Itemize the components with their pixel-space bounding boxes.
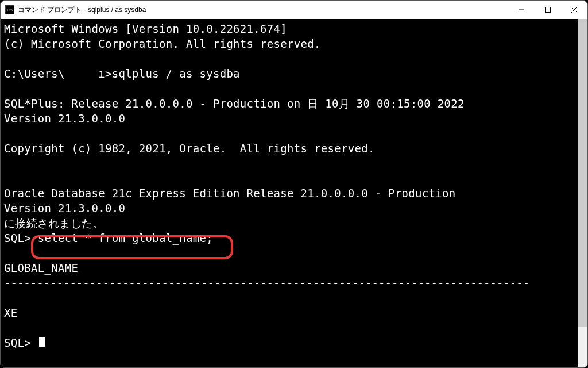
- terminal-area[interactable]: Microsoft Windows [Version 10.0.22621.67…: [1, 19, 587, 368]
- minimize-button[interactable]: [508, 1, 535, 19]
- output-line: [4, 81, 584, 96]
- cmd-app-icon: C:\: [5, 5, 14, 14]
- output-line: Microsoft Windows [Version 10.0.22621.67…: [4, 21, 584, 36]
- sql-prompt-line: SQL>: [4, 335, 584, 350]
- output-line: C:\Users\ ı>sqlplus / as sysdba: [4, 66, 584, 81]
- scrollbar-thumb[interactable]: [578, 19, 587, 327]
- result-separator: ----------------------------------------…: [4, 275, 584, 290]
- output-line: Copyright (c) 1982, 2021, Oracle. All ri…: [4, 141, 584, 156]
- output-line: [4, 156, 584, 171]
- vertical-scrollbar[interactable]: [578, 19, 587, 368]
- result-header: GLOBAL_NAME: [4, 260, 584, 275]
- window-titlebar: C:\ コマンド プロンプト - sqlplus / as sysdba: [1, 1, 587, 19]
- window-controls: [508, 1, 587, 19]
- output-line: Version 21.3.0.0.0: [4, 111, 584, 126]
- output-line: SQL*Plus: Release 21.0.0.0.0 - Productio…: [4, 96, 584, 111]
- output-line: Oracle Database 21c Express Edition Rele…: [4, 186, 584, 201]
- output-line: [4, 246, 584, 260]
- window-title: コマンド プロンプト - sqlplus / as sysdba: [18, 5, 508, 15]
- output-line: [4, 290, 584, 305]
- close-button[interactable]: [561, 1, 587, 19]
- terminal-cursor: [39, 337, 45, 347]
- output-line: (c) Microsoft Corporation. All rights re…: [4, 36, 584, 51]
- sql-prompt: SQL>: [4, 232, 38, 244]
- output-line: [4, 126, 584, 141]
- sql-prompt-line: SQL> select * from global_name;: [4, 231, 584, 246]
- svg-rect-1: [546, 7, 551, 13]
- output-line: Version 21.3.0.0.0: [4, 201, 584, 216]
- output-line: [4, 51, 584, 66]
- terminal-content: Microsoft Windows [Version 10.0.22621.67…: [4, 21, 584, 350]
- sql-prompt: SQL>: [4, 336, 31, 349]
- maximize-button[interactable]: [535, 1, 561, 19]
- output-line: に接続されました。: [4, 216, 584, 231]
- output-line: [4, 171, 584, 186]
- sql-command: select * from global_name;: [38, 232, 213, 244]
- output-line: [4, 320, 584, 335]
- result-value: XE: [4, 305, 584, 320]
